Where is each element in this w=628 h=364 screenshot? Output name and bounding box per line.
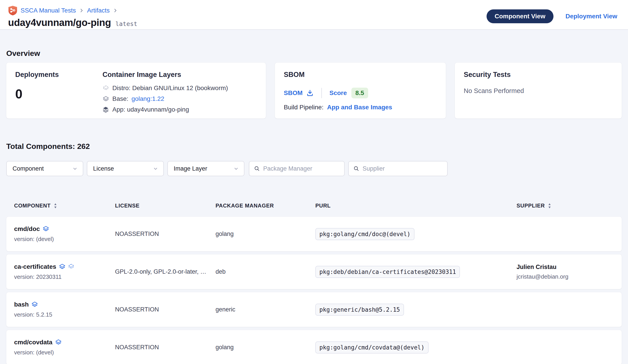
- image-layer-filter-select[interactable]: Image Layer: [167, 161, 244, 176]
- layers-dashed-icon: [102, 85, 109, 91]
- security-tests-title: Security Tests: [464, 71, 613, 79]
- components-table-body: cmd/doc version: (devel) NOASSERTION gol…: [6, 217, 622, 364]
- view-toggle: Component View Deployment View: [486, 9, 617, 23]
- base-layer-row: Base: golang:1.22: [102, 95, 257, 102]
- component-version: version: 20230311: [14, 273, 115, 280]
- supplier-cell: Julien Cristau jcristau@debian.org: [517, 264, 615, 280]
- table-row[interactable]: cmd/covdata version: (devel) NOASSERTION…: [6, 330, 622, 364]
- sbom-score-label: Score: [329, 89, 347, 97]
- sbom-card: SBOM SBOM Score 8.5 Build Pipeline:: [275, 62, 446, 119]
- build-pipeline-link[interactable]: App and Base Images: [327, 104, 392, 111]
- license-filter-select[interactable]: License: [87, 161, 164, 176]
- table-row[interactable]: ca-certificates version: 20230311 GPL-2.…: [6, 254, 622, 289]
- column-header-component[interactable]: COMPONENT: [14, 203, 115, 209]
- chevron-right-icon: [113, 8, 118, 13]
- package-manager-search-input[interactable]: [263, 165, 340, 172]
- component-layer-icons: [59, 263, 75, 270]
- component-version: version: (devel): [14, 236, 115, 243]
- layers-base-icon: [102, 95, 109, 102]
- image-layers-title: Container Image Layers: [102, 71, 257, 79]
- column-header-license: LICENSE: [115, 203, 216, 209]
- component-name: cmd/doc: [14, 225, 40, 233]
- component-cell: cmd/covdata version: (devel): [14, 339, 115, 356]
- security-tests-card: Security Tests No Scans Performed: [455, 62, 622, 119]
- supplier-cell: [517, 308, 615, 311]
- chevron-down-icon: [153, 166, 158, 172]
- deployments-label: Deployments: [15, 71, 102, 79]
- component-name: ca-certificates: [14, 263, 56, 270]
- component-cell: cmd/doc version: (devel): [14, 225, 115, 243]
- supplier-email: jcristau@debian.org: [517, 273, 615, 280]
- deployments-layers-card: Deployments 0 Container Image Layers Dis…: [6, 62, 266, 119]
- artifact-tag: latest: [115, 20, 137, 27]
- column-header-supplier-label: SUPPLIER: [517, 203, 545, 209]
- table-row[interactable]: cmd/doc version: (devel) NOASSERTION gol…: [6, 217, 622, 251]
- purl-chip: pkg:deb/debian/ca-certificates@20230311: [315, 266, 460, 278]
- breadcrumb-link-project[interactable]: SSCA Manual Tests: [21, 7, 76, 14]
- total-components-heading: Total Components: 262: [6, 142, 622, 151]
- purl-cell: pkg:deb/debian/ca-certificates@20230311: [315, 266, 517, 278]
- component-layer-icons: [55, 339, 62, 346]
- layers-filled-icon: [59, 263, 66, 270]
- column-header-component-label: COMPONENT: [14, 203, 51, 209]
- supplier-search: [348, 161, 448, 176]
- table-row[interactable]: bash version: 5.2.15 NOASSERTION generic…: [6, 292, 622, 327]
- security-tests-status: No Scans Performed: [464, 87, 613, 95]
- supplier-search-input[interactable]: [363, 165, 443, 172]
- breadcrumb-link-artifacts[interactable]: Artifacts: [87, 7, 110, 14]
- license-cell: NOASSERTION: [115, 344, 216, 351]
- layers-filled-icon: [55, 339, 62, 346]
- column-header-purl: PURL: [315, 203, 517, 209]
- page-title: uday4vunnam/go-ping: [8, 17, 111, 28]
- overview-heading: Overview: [6, 49, 622, 58]
- deployment-view-button[interactable]: Deployment View: [565, 13, 617, 20]
- package-manager-cell: generic: [216, 306, 315, 313]
- components-table-header: COMPONENT LICENSE PACKAGE MANAGER PURL S…: [6, 203, 622, 209]
- page-header: SSCA Manual Tests Artifacts uday4vunnam/…: [0, 0, 628, 30]
- column-header-package-manager-label: PACKAGE MANAGER: [216, 203, 274, 209]
- base-image-link[interactable]: golang:1.22: [132, 95, 164, 102]
- component-view-button[interactable]: Component View: [486, 9, 553, 23]
- supplier-cell: [517, 233, 615, 236]
- package-manager-cell: deb: [216, 268, 315, 275]
- component-version: version: 5.2.15: [14, 311, 115, 318]
- sort-icon[interactable]: [54, 203, 57, 209]
- sbom-score-badge: 8.5: [351, 88, 368, 98]
- component-cell: bash version: 5.2.15: [14, 301, 115, 318]
- base-layer-label: Base:: [112, 95, 128, 102]
- layers-dashed-icon: [68, 263, 75, 270]
- purl-chip: pkg:generic/bash@5.2.15: [315, 304, 404, 316]
- purl-chip: pkg:golang/cmd/covdata@(devel): [315, 341, 429, 354]
- package-manager-cell: golang: [216, 344, 315, 351]
- ssca-shield-logo-icon: [8, 5, 17, 16]
- purl-cell: pkg:golang/cmd/doc@(devel): [315, 228, 517, 240]
- component-name: bash: [14, 301, 29, 308]
- license-cell: GPL-2.0-only, GPL-2.0-or-later, M...: [115, 268, 216, 275]
- chevron-down-icon: [233, 166, 239, 172]
- app-layer-text: App: uday4vunnam/go-ping: [112, 106, 189, 113]
- filters-row: Component License Image Layer: [6, 161, 622, 176]
- sbom-download-link[interactable]: SBOM: [284, 89, 314, 97]
- package-manager-cell: golang: [216, 231, 315, 238]
- column-header-supplier[interactable]: SUPPLIER: [517, 203, 615, 209]
- layers-filled-icon: [43, 226, 49, 232]
- component-name: cmd/covdata: [14, 339, 52, 346]
- supplier-cell: [517, 346, 615, 349]
- component-version: version: (devel): [14, 349, 115, 356]
- layers-filled-icon: [102, 106, 109, 113]
- vertical-divider: [321, 88, 322, 98]
- package-manager-search: [249, 161, 345, 176]
- deployments-count: 0: [15, 86, 102, 101]
- column-header-purl-label: PURL: [315, 203, 331, 209]
- license-filter-label: License: [93, 165, 114, 172]
- component-layer-icons: [43, 226, 49, 232]
- sort-icon[interactable]: [548, 203, 551, 209]
- component-filter-label: Component: [12, 165, 44, 172]
- image-layer-filter-label: Image Layer: [174, 165, 207, 172]
- search-icon: [353, 166, 359, 172]
- distro-layer-row: Distro: Debian GNU/Linux 12 (bookworm): [102, 84, 257, 92]
- purl-chip: pkg:golang/cmd/doc@(devel): [315, 228, 414, 240]
- component-filter-select[interactable]: Component: [6, 161, 83, 176]
- chevron-down-icon: [72, 166, 78, 172]
- component-cell: ca-certificates version: 20230311: [14, 263, 115, 280]
